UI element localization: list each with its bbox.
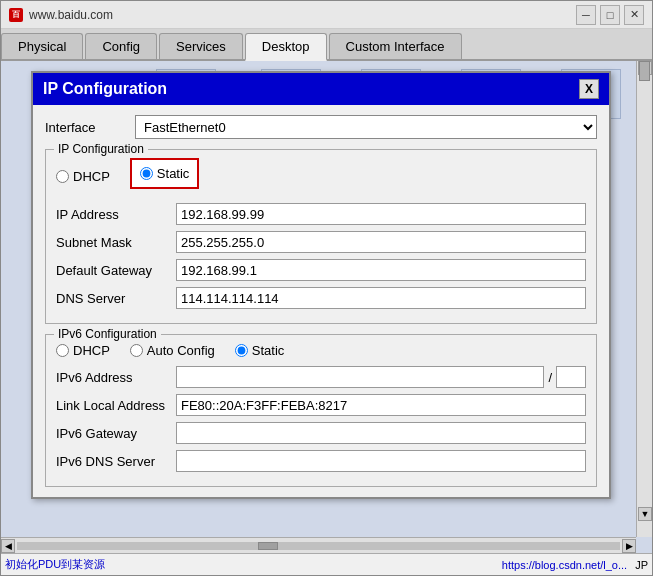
ipv6-config-section: IPv6 Configuration DHCP Auto Config [45,334,597,487]
status-bar-right: https://blog.csdn.net/l_o... JP [502,559,648,571]
dhcp-label: DHCP [73,169,110,184]
dialog-close-button[interactable]: X [579,79,599,99]
ipv6-prefix-input[interactable] [556,366,586,388]
ipv6-dhcp-label: DHCP [73,343,110,358]
tab-custom-interface[interactable]: Custom Interface [329,33,462,59]
ipv6-static-radio[interactable] [235,344,248,357]
title-bar-left: 百 www.baidu.com [9,8,113,22]
dhcp-option[interactable]: DHCP [56,169,110,184]
dhcp-radio[interactable] [56,170,69,183]
dns-server-input[interactable] [176,287,586,309]
ip-config-section: IP Configuration DHCP Static [45,149,597,324]
dns-server-row: DNS Server [56,287,586,309]
ipv6-legend: IPv6 Configuration [54,327,161,341]
subnet-mask-input[interactable] [176,231,586,253]
favicon-icon: 百 [9,8,23,22]
scroll-thumb[interactable] [639,61,650,81]
subnet-mask-label: Subnet Mask [56,235,176,250]
ipv6-auto-option[interactable]: Auto Config [130,343,215,358]
dialog-title-bar: IP Configuration X [33,73,609,105]
maximize-button[interactable]: □ [600,5,620,25]
ipv6-slash: / [548,370,552,385]
ipv6-mode-row: DHCP Auto Config Static [56,343,586,358]
main-content: ▲ ▼ ◀ ▶ IP Configuration X Interface [1,61,652,553]
ipv6-gateway-input[interactable] [176,422,586,444]
dns-server-label: DNS Server [56,291,176,306]
scrollbar-right[interactable]: ▲ ▼ [636,61,652,537]
ipv6-address-row: IPv6 Address / [56,366,586,388]
title-bar: 百 www.baidu.com ─ □ ✕ [1,1,652,29]
ip-address-label: IP Address [56,207,176,222]
ipv6-auto-label: Auto Config [147,343,215,358]
ip-address-input[interactable] [176,203,586,225]
status-left-text: 初始化PDU到某资源 [5,557,105,572]
scroll-thumb-h[interactable] [258,542,278,550]
close-button[interactable]: ✕ [624,5,644,25]
subnet-mask-row: Subnet Mask [56,231,586,253]
scroll-down-arrow[interactable]: ▼ [638,507,652,521]
dialog-body: Interface FastEthernet0 IP Configuration [33,105,609,497]
scrollbar-bottom[interactable]: ◀ ▶ [1,537,636,553]
ip-address-row: IP Address [56,203,586,225]
link-local-label: Link Local Address [56,398,176,413]
ipv6-auto-radio[interactable] [130,344,143,357]
link-local-input[interactable] [176,394,586,416]
tab-services[interactable]: Services [159,33,243,59]
link-local-row: Link Local Address [56,394,586,416]
static-highlight-box: Static [130,158,200,189]
static-radio[interactable] [140,167,153,180]
ipv6-dns-label: IPv6 DNS Server [56,454,176,469]
ipv6-dns-input[interactable] [176,450,586,472]
scroll-left-arrow[interactable]: ◀ [1,539,15,553]
static-label: Static [157,166,190,181]
ipv6-address-label: IPv6 Address [56,370,176,385]
interface-select-wrapper: FastEthernet0 [135,115,597,139]
minimize-button[interactable]: ─ [576,5,596,25]
ipv6-dhcp-radio[interactable] [56,344,69,357]
ipv6-static-label: Static [252,343,285,358]
scroll-right-arrow[interactable]: ▶ [622,539,636,553]
ipv6-static-option[interactable]: Static [235,343,285,358]
default-gateway-row: Default Gateway [56,259,586,281]
interface-label: Interface [45,120,135,135]
ip-mode-row: DHCP Static [56,158,586,195]
ipv6-gateway-label: IPv6 Gateway [56,426,176,441]
status-bar: 初始化PDU到某资源 https://blog.csdn.net/l_o... … [1,553,652,575]
ip-config-dialog: IP Configuration X Interface FastEtherne… [31,71,611,499]
default-gateway-input[interactable] [176,259,586,281]
ipv6-gateway-row: IPv6 Gateway [56,422,586,444]
ipv6-address-wrapper: / [176,366,586,388]
tab-bar: Physical Config Services Desktop Custom … [1,29,652,61]
ipv6-dns-row: IPv6 DNS Server [56,450,586,472]
interface-select[interactable]: FastEthernet0 [135,115,597,139]
dialog-title-text: IP Configuration [43,80,167,98]
ipv6-dhcp-option[interactable]: DHCP [56,343,110,358]
browser-title: www.baidu.com [29,8,113,22]
tab-config[interactable]: Config [85,33,157,59]
interface-row: Interface FastEthernet0 [45,115,597,139]
status-right-text: JP [635,559,648,571]
scroll-track [17,542,620,550]
tab-physical[interactable]: Physical [1,33,83,59]
tab-desktop[interactable]: Desktop [245,33,327,61]
status-link[interactable]: https://blog.csdn.net/l_o... [502,559,627,571]
browser-window: 百 www.baidu.com ─ □ ✕ Physical Config Se… [0,0,653,576]
ip-config-legend: IP Configuration [54,142,148,156]
default-gateway-label: Default Gateway [56,263,176,278]
ipv6-address-input[interactable] [176,366,544,388]
title-bar-controls: ─ □ ✕ [576,5,644,25]
